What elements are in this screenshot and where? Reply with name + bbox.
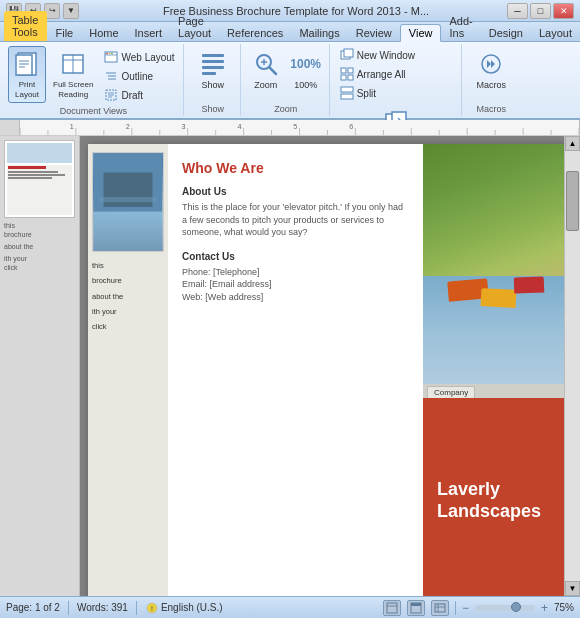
print-layout-button[interactable]: PrintLayout: [8, 46, 46, 103]
status-separator-2: [136, 601, 137, 615]
macros-button[interactable]: Macros: [471, 46, 511, 94]
boat-2: [480, 288, 516, 308]
tab-home[interactable]: Home: [81, 25, 126, 41]
svg-rect-76: [411, 603, 421, 606]
svg-text:!: !: [151, 605, 153, 612]
full-screen-view-button[interactable]: [407, 600, 425, 616]
split-button[interactable]: Split: [336, 84, 457, 102]
svg-text:2: 2: [126, 123, 130, 131]
tab-insert[interactable]: Insert: [127, 25, 171, 41]
svg-point-10: [107, 53, 109, 55]
customize-icon[interactable]: ▼: [63, 3, 79, 19]
zoom-minus-button[interactable]: −: [462, 601, 469, 615]
trees-layer: [423, 144, 564, 276]
zoom-slider[interactable]: [475, 605, 535, 611]
thumbnail-sidebar[interactable]: this brochure about the ith your click: [0, 136, 80, 596]
full-screen-reading-button[interactable]: Full ScreenReading: [48, 46, 98, 103]
tab-view[interactable]: View: [400, 24, 442, 42]
window-controls[interactable]: ─ □ ✕: [507, 3, 574, 19]
svg-rect-1: [16, 55, 32, 75]
document-right-column: Company Laverly Landscapes: [423, 144, 564, 596]
zoom-100-button[interactable]: 100% 100%: [287, 46, 325, 94]
arrange-all-icon: [340, 67, 354, 81]
svg-text:6: 6: [349, 123, 353, 131]
thumb-text-1: this brochure: [4, 221, 75, 239]
word-count: Words: 391: [77, 602, 128, 613]
tab-page-layout[interactable]: Page Layout: [170, 13, 219, 41]
language-indicator[interactable]: ! English (U.S.): [145, 601, 223, 615]
svg-point-11: [109, 53, 111, 55]
print-layout-label: PrintLayout: [15, 80, 39, 99]
web-layout-button[interactable]: Web Layout: [100, 48, 178, 66]
scroll-track[interactable]: [565, 151, 580, 581]
ribbon-group-zoom: Zoom 100% 100% Zoom: [243, 44, 330, 116]
scroll-down-button[interactable]: ▼: [565, 581, 580, 596]
contact-web: Web: [Web address]: [182, 291, 409, 304]
document-canvas[interactable]: this brochure about the ith your click W…: [80, 136, 564, 596]
svg-text:1: 1: [70, 123, 74, 131]
show-button[interactable]: Show: [194, 46, 232, 94]
svg-text:5: 5: [293, 123, 297, 131]
draft-label: Draft: [121, 90, 143, 101]
tab-design[interactable]: Design: [481, 25, 531, 41]
doc-left-texts: this brochure about the ith your click: [92, 260, 164, 336]
document-page: this brochure about the ith your click W…: [88, 144, 564, 596]
zoom-group-label: Zoom: [274, 102, 297, 114]
ruler-main: 1 2 3 4 5 6: [20, 120, 580, 135]
view-small-btns: Web Layout Outline: [100, 48, 178, 104]
page-info: Page: 1 of 2: [6, 602, 60, 613]
ribbon: PrintLayout Full ScreenReading: [0, 42, 580, 120]
new-window-label: New Window: [357, 50, 415, 61]
svg-rect-33: [348, 75, 353, 80]
arrange-all-label: Arrange All: [357, 69, 406, 80]
svg-rect-73: [387, 603, 397, 613]
outline-button[interactable]: Outline: [100, 67, 178, 85]
contact-info: Phone: [Telephone] Email: [Email address…: [182, 266, 409, 304]
ruler-corner: [0, 120, 20, 135]
svg-rect-20: [202, 54, 224, 57]
svg-rect-31: [348, 68, 353, 73]
zoom-plus-button[interactable]: +: [541, 601, 548, 615]
full-screen-icon: [59, 50, 87, 78]
print-view-button[interactable]: [383, 600, 401, 616]
svg-rect-32: [341, 75, 346, 80]
scroll-up-button[interactable]: ▲: [565, 136, 580, 151]
split-label: Split: [357, 88, 376, 99]
about-us-heading: About Us: [182, 186, 409, 197]
zoom-icon: [252, 50, 280, 78]
tab-table-tools[interactable]: Table Tools: [4, 11, 47, 41]
scroll-thumb[interactable]: [566, 171, 579, 231]
new-window-icon: [340, 48, 354, 62]
maximize-button[interactable]: □: [530, 3, 551, 19]
tab-layout[interactable]: Layout: [531, 25, 580, 41]
zoom-level: 75%: [554, 602, 574, 613]
thumbnail-1[interactable]: [4, 140, 75, 218]
zoom-button[interactable]: Zoom: [247, 46, 285, 94]
new-window-button[interactable]: New Window: [336, 46, 457, 64]
svg-text:4: 4: [237, 123, 241, 131]
zoom-slider-thumb[interactable]: [511, 602, 521, 612]
show-group-label: Show: [201, 102, 224, 114]
arrange-all-button[interactable]: Arrange All: [336, 65, 457, 83]
vertical-scrollbar[interactable]: ▲ ▼: [564, 136, 580, 596]
doc-card-title: Laverly Landscapes: [437, 479, 564, 522]
contact-email: Email: [Email address]: [182, 278, 409, 291]
tab-review[interactable]: Review: [348, 25, 400, 41]
svg-rect-23: [202, 72, 216, 75]
svg-rect-30: [341, 68, 346, 73]
draft-icon: [104, 88, 118, 102]
close-button[interactable]: ✕: [553, 3, 574, 19]
tab-mailings[interactable]: Mailings: [291, 25, 347, 41]
document-left-column: this brochure about the ith your click: [88, 144, 168, 596]
tab-addins[interactable]: Add-Ins: [441, 13, 480, 41]
thumb-text-2: about the: [4, 242, 75, 251]
svg-line-25: [269, 67, 276, 74]
tab-file[interactable]: File: [47, 25, 81, 41]
ribbon-tabs: Table Tools File Home Insert Page Layout…: [0, 22, 580, 42]
minimize-button[interactable]: ─: [507, 3, 528, 19]
tab-references[interactable]: References: [219, 25, 291, 41]
web-view-button[interactable]: [431, 600, 449, 616]
status-right: − + 75%: [383, 600, 574, 616]
macros-group-label: Macros: [476, 102, 506, 114]
draft-button[interactable]: Draft: [100, 86, 178, 104]
